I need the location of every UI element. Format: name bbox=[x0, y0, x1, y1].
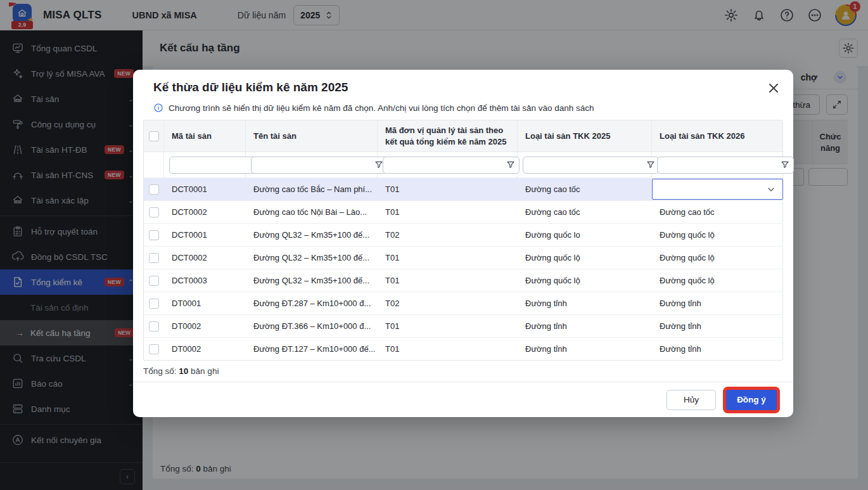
column-header: Mã đơn vị quản lý tài sản theo kết quả t… bbox=[378, 120, 518, 152]
column-header: Mã tài sản bbox=[164, 120, 246, 152]
cell-asset-name: Đường QL32 – Km35+100 đế... bbox=[246, 247, 378, 269]
cell-asset-code: DT0002 bbox=[164, 338, 246, 360]
cell-type-2026: Đường cao tốc bbox=[652, 201, 784, 223]
filter-funnel-icon[interactable] bbox=[777, 157, 793, 173]
type-2026-dropdown[interactable] bbox=[652, 179, 783, 200]
cell-unit-code: T01 bbox=[378, 315, 518, 337]
cell-type-2025: Đường quốc lộ bbox=[518, 269, 652, 292]
cell-type-2026: Đường tỉnh bbox=[652, 292, 784, 314]
filter-funnel-icon[interactable] bbox=[502, 157, 519, 173]
cell-type-2026: Đường quốc lộ bbox=[652, 224, 784, 246]
cell-asset-code: DCT0002 bbox=[164, 247, 246, 269]
cell-type-2025: Đường tỉnh bbox=[518, 315, 652, 337]
table-row: DCT0002Đường QL32 – Km35+100 đế...T01Đườ… bbox=[144, 246, 782, 269]
cell-asset-name: Đường QL32 – Km35+100 đế... bbox=[246, 269, 378, 292]
cell-asset-name: Đường ĐT.366 – Km10+000 đ... bbox=[246, 315, 378, 337]
cell-unit-code: T01 bbox=[378, 247, 518, 269]
close-icon[interactable] bbox=[765, 80, 782, 96]
cell-unit-code: T01 bbox=[378, 269, 518, 292]
cell-type-2025: Đường cao tốc bbox=[518, 178, 652, 200]
cell-unit-code: T01 bbox=[378, 178, 518, 200]
cell-type-2025: Đường tỉnh bbox=[518, 292, 652, 314]
row-checkbox[interactable] bbox=[149, 207, 159, 217]
modal-title: Kế thừa dữ liệu kiểm kê năm 2025 bbox=[143, 70, 783, 94]
row-checkbox[interactable] bbox=[149, 344, 159, 354]
row-checkbox[interactable] bbox=[149, 230, 159, 240]
confirm-button[interactable]: Đồng ý bbox=[726, 390, 777, 410]
cell-type-2025: Đường quốc lộ bbox=[518, 247, 652, 269]
modal-total: Tổng số: 10 bản ghi bbox=[143, 366, 783, 376]
cell-type-2026: Đường tỉnh bbox=[652, 315, 784, 337]
column-filter-input[interactable] bbox=[658, 157, 777, 173]
cell-unit-code: T01 bbox=[378, 338, 518, 360]
table-row: DCT0001Đường QL32 – Km35+100 đế...T02Đườ… bbox=[144, 223, 782, 246]
cell-asset-name: Đường cao tốc Bắc – Nam phí... bbox=[246, 178, 378, 200]
row-checkbox[interactable] bbox=[149, 321, 159, 332]
cell-type-2025: Đường quốc lo bbox=[518, 224, 652, 246]
column-header: Loại tài sản TKK 2026 bbox=[652, 120, 784, 152]
info-icon bbox=[153, 103, 163, 113]
column-header: Tên tài sản bbox=[246, 120, 378, 152]
select-all-checkbox[interactable] bbox=[149, 131, 159, 141]
cell-unit-code: T01 bbox=[378, 201, 518, 223]
row-checkbox[interactable] bbox=[149, 253, 159, 263]
modal-info-text: Chương trình sẽ hiển thị dữ liệu kiểm kê… bbox=[169, 103, 594, 113]
column-filter-input[interactable] bbox=[383, 157, 502, 173]
table-row: DT0001Đường ĐT.287 – Km10+000 đ...T02Đườ… bbox=[144, 292, 782, 314]
cell-asset-code: DT0001 bbox=[164, 292, 246, 314]
cell-type-2026: Đường tỉnh bbox=[652, 338, 784, 360]
cell-unit-code: T02 bbox=[378, 224, 518, 246]
cell-asset-name: Đường ĐT.127 – Km10+000 đế... bbox=[246, 338, 378, 360]
inherit-data-modal: Kế thừa dữ liệu kiểm kê năm 2025 Chương … bbox=[133, 70, 793, 417]
row-checkbox[interactable] bbox=[149, 276, 159, 286]
table-row: DCT0001Đường cao tốc Bắc – Nam phí...T01… bbox=[144, 177, 782, 200]
cell-asset-code: DCT0001 bbox=[164, 224, 246, 246]
cell-type-2025: Đường cao tốc bbox=[518, 201, 652, 223]
cell-asset-name: Đường cao tốc Nội Bài – Lào... bbox=[246, 201, 378, 223]
row-checkbox[interactable] bbox=[149, 299, 159, 309]
table-row: DCT0003Đường QL32 – Km35+100 đế...T01Đườ… bbox=[144, 269, 782, 292]
cell-type-2025: Đường tỉnh bbox=[518, 338, 652, 360]
cell-unit-code: T02 bbox=[378, 292, 518, 314]
cell-asset-name: Đường ĐT.287 – Km10+000 đ... bbox=[246, 292, 378, 314]
cancel-button[interactable]: Hủy bbox=[667, 390, 716, 410]
cell-asset-code: DCT0001 bbox=[164, 178, 246, 200]
cell-type-2026 bbox=[652, 178, 784, 200]
row-checkbox[interactable] bbox=[149, 184, 159, 195]
table-row: DCT0002Đường cao tốc Nội Bài – Lào...T01… bbox=[144, 200, 782, 223]
table-row: DT0002Đường ĐT.127 – Km10+000 đế...T01Đư… bbox=[144, 337, 782, 360]
cell-asset-name: Đường QL32 – Km35+100 đế... bbox=[246, 224, 378, 246]
inherit-table: Mã tài sảnTên tài sảnMã đơn vị quản lý t… bbox=[143, 120, 783, 361]
cell-asset-code: DCT0002 bbox=[164, 201, 246, 223]
cell-asset-code: DCT0003 bbox=[164, 269, 246, 292]
column-header: Loại tài sản TKK 2025 bbox=[518, 120, 652, 152]
column-filter-input[interactable] bbox=[252, 157, 371, 173]
cell-type-2026: Đường quốc lộ bbox=[652, 269, 784, 292]
cell-type-2026: Đường quốc lộ bbox=[652, 247, 784, 269]
cell-asset-code: DT0002 bbox=[164, 315, 246, 337]
table-row: DT0002Đường ĐT.366 – Km10+000 đ...T01Đườ… bbox=[144, 314, 782, 337]
column-filter-input[interactable] bbox=[523, 157, 642, 173]
